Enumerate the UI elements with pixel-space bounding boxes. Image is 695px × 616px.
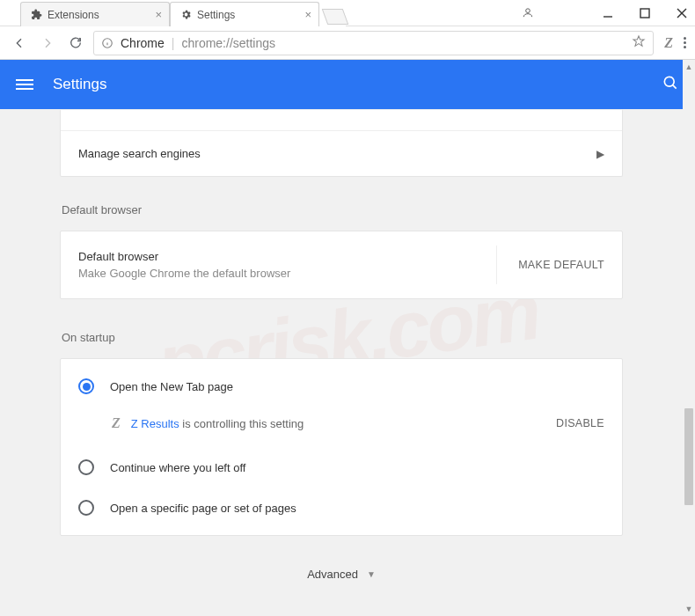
tabs-strip: Extensions × Settings ×	[20, 0, 346, 26]
tab-extensions[interactable]: Extensions ×	[20, 2, 170, 26]
radio-icon[interactable]	[78, 500, 94, 516]
settings-content: Manage search engines ▶ Default browser …	[0, 109, 683, 616]
page-title: Settings	[53, 76, 106, 93]
manage-search-engines-row[interactable]: Manage search engines ▶	[61, 130, 622, 176]
close-window-icon[interactable]	[676, 7, 688, 19]
puzzle-icon	[30, 9, 42, 21]
advanced-label: Advanced	[307, 568, 358, 581]
svg-line-9	[673, 85, 677, 89]
startup-option-continue[interactable]: Continue where you left off	[61, 447, 622, 488]
scrollbar-track[interactable]	[683, 74, 695, 602]
extension-controlling-row: Z Z Results is controlling this setting …	[61, 407, 622, 447]
extension-z-icon: Z	[112, 415, 121, 431]
radio-label: Continue where you left off	[110, 461, 245, 474]
startup-card: Open the New Tab page Z Z Results is con…	[60, 358, 623, 536]
omnibox[interactable]: Chrome | chrome://settings	[93, 31, 654, 55]
close-icon[interactable]: ×	[304, 8, 311, 21]
radio-icon[interactable]	[78, 459, 94, 475]
startup-option-specific-page[interactable]: Open a specific page or set of pages	[61, 488, 622, 528]
tab-label: Extensions	[48, 9, 99, 21]
extension-message: is controlling this setting	[182, 417, 304, 430]
omnibox-separator: |	[172, 36, 175, 50]
scroll-up-icon[interactable]: ▲	[683, 60, 695, 74]
chevron-down-icon: ▼	[367, 569, 376, 579]
viewport: pcrisk.com Settings Manage search engine…	[0, 60, 695, 616]
scroll-down-icon[interactable]: ▼	[683, 602, 695, 616]
chevron-right-icon: ▶	[596, 148, 604, 160]
back-icon[interactable]	[12, 36, 26, 50]
default-browser-card: Default browser Make Google Chrome the d…	[60, 231, 623, 299]
tab-label: Settings	[197, 9, 235, 21]
radio-label: Open a specific page or set of pages	[110, 502, 296, 515]
svg-point-8	[664, 77, 674, 86]
startup-option-new-tab[interactable]: Open the New Tab page	[61, 366, 622, 407]
default-browser-sub: Make Google Chrome the default browser	[78, 267, 496, 280]
new-tab-button[interactable]	[322, 9, 349, 25]
reload-icon[interactable]	[69, 36, 83, 50]
omnibox-url: chrome://settings	[181, 36, 275, 50]
make-default-button[interactable]: MAKE DEFAULT	[496, 246, 604, 284]
bookmark-star-icon[interactable]	[632, 34, 646, 51]
settings-header: Settings	[0, 60, 695, 109]
forward-icon[interactable]	[40, 36, 55, 50]
section-label-on-startup: On startup	[62, 331, 623, 344]
nav-icons	[12, 36, 83, 50]
radio-label: Open the New Tab page	[110, 380, 233, 393]
info-icon	[101, 37, 113, 49]
section-label-default-browser: Default browser	[62, 203, 623, 216]
extension-name[interactable]: Z Results	[131, 417, 179, 430]
disable-button[interactable]: DISABLE	[556, 417, 604, 429]
default-browser-title: Default browser	[78, 250, 496, 263]
maximize-icon[interactable]	[639, 7, 651, 19]
search-icon[interactable]	[662, 74, 679, 95]
scrollbar-thumb[interactable]	[684, 408, 693, 505]
gear-icon	[179, 9, 192, 21]
minimize-icon[interactable]	[602, 7, 614, 19]
address-bar: Chrome | chrome://settings Z	[0, 26, 695, 60]
close-icon[interactable]: ×	[155, 8, 162, 21]
advanced-toggle[interactable]: Advanced ▼	[60, 568, 623, 581]
hamburger-icon[interactable]	[16, 79, 33, 90]
row-label: Manage search engines	[78, 147, 201, 160]
account-icon[interactable]	[522, 7, 534, 19]
menu-kebab-icon[interactable]	[684, 37, 686, 48]
tab-settings[interactable]: Settings ×	[170, 2, 319, 26]
scrollbar[interactable]: ▲ ▼	[683, 60, 695, 616]
omnibox-scheme: Chrome	[121, 36, 165, 50]
radio-icon[interactable]	[78, 378, 94, 394]
extension-z-icon[interactable]: Z	[664, 35, 673, 51]
svg-point-0	[526, 9, 530, 13]
search-engines-card: Manage search engines ▶	[60, 109, 623, 177]
svg-rect-2	[640, 9, 649, 18]
